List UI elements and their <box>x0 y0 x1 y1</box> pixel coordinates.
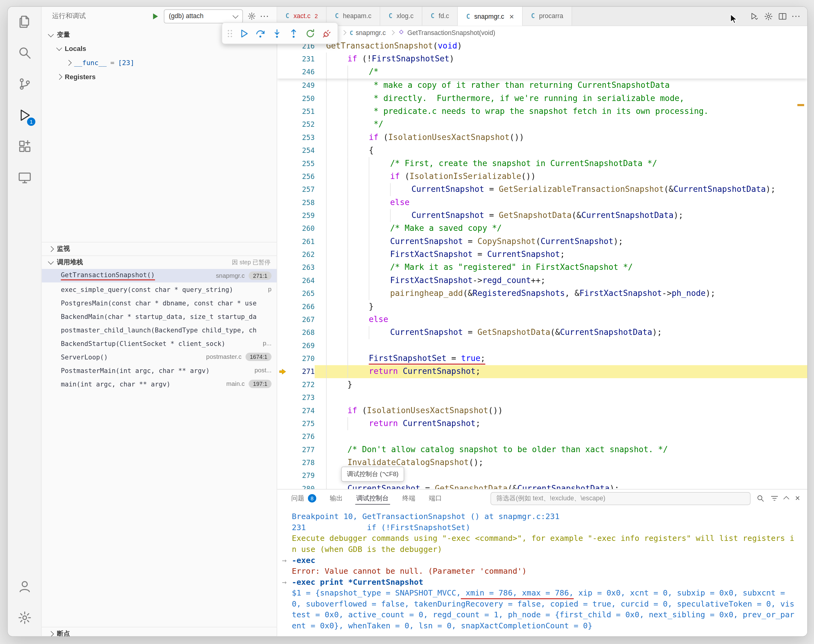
tab-label: fd.c <box>438 12 449 20</box>
drag-handle-icon[interactable] <box>225 26 235 41</box>
gutter-glyph[interactable] <box>277 287 288 300</box>
gutter-glyph[interactable] <box>277 105 288 118</box>
call-stack-section-header[interactable]: 调用堆栈 因 step 已暂停 <box>42 256 277 269</box>
gutter-glyph[interactable] <box>277 352 288 365</box>
gutter-glyph[interactable] <box>277 443 288 456</box>
gutter-glyph[interactable] <box>277 196 288 209</box>
panel-tab-终端[interactable]: 终端 <box>396 490 422 508</box>
call-stack-frame[interactable]: ServerLoop()postmaster.c1674:1 <box>42 350 277 363</box>
gutter-glyph[interactable] <box>277 339 288 352</box>
gutter-glyph[interactable] <box>277 209 288 222</box>
gutter-glyph[interactable] <box>277 52 288 65</box>
editor-tab-snapmgrc[interactable]: Csnapmgr.c× <box>458 7 523 26</box>
indent-guide <box>348 339 369 352</box>
breadcrumb-item[interactable]: GetTransactionSnapshot(void) <box>398 29 495 37</box>
console-filter-input[interactable] <box>491 492 750 504</box>
settings-gear-icon[interactable] <box>764 12 773 21</box>
split-editor-icon[interactable] <box>778 12 787 21</box>
green-play-icon <box>151 12 159 20</box>
activity-item-accounts[interactable] <box>8 572 41 603</box>
tree-item-registers[interactable]: Registers <box>42 70 277 84</box>
code-text: * predicate.c needs to wrap the snapshot… <box>314 105 807 118</box>
breadcrumb-item[interactable]: Csnapmgr.c <box>350 29 386 37</box>
gutter-glyph[interactable] <box>277 144 288 157</box>
restart-button[interactable] <box>302 26 318 41</box>
editor-tab-procarra[interactable]: Cprocarra <box>523 7 572 26</box>
gutter-glyph[interactable] <box>277 92 288 105</box>
continue-button[interactable] <box>236 26 251 41</box>
gutter-glyph[interactable] <box>277 326 288 339</box>
line-number: 265 <box>288 287 314 300</box>
gutter-glyph[interactable] <box>277 313 288 326</box>
call-stack-frame[interactable]: BackendMain(char * startup_data, size_t … <box>42 310 277 323</box>
gutter-glyph[interactable] <box>277 170 288 183</box>
panel-tab-端口[interactable]: 端口 <box>422 490 448 508</box>
gutter-glyph[interactable] <box>277 482 288 489</box>
step-into-button[interactable] <box>269 26 285 41</box>
maximize-panel-icon[interactable] <box>783 497 789 502</box>
breakpoints-section-header[interactable]: 断点 <box>42 627 277 636</box>
line-number: 256 <box>288 170 314 183</box>
start-debug-button[interactable] <box>151 12 159 20</box>
gutter-glyph[interactable] <box>277 222 288 235</box>
code-editor[interactable]: 249 * make a copy of it rather than retu… <box>277 40 807 489</box>
call-stack-frame[interactable]: PostmasterMain(int argc, char ** argv)po… <box>42 364 277 377</box>
call-stack-frame[interactable]: BackendStartup(ClientSocket * client_soc… <box>42 336 277 350</box>
gutter-glyph[interactable] <box>277 274 288 287</box>
gutter-glyph[interactable] <box>277 378 288 391</box>
search-icon[interactable] <box>756 494 765 503</box>
tab-close-icon[interactable]: × <box>509 12 514 21</box>
gutter-glyph[interactable] <box>277 235 288 248</box>
frame-line-badge: 197:1 <box>249 380 271 388</box>
panel-tab-问题[interactable]: 问题8 <box>285 490 323 508</box>
activity-item-remote-explorer[interactable] <box>8 163 41 194</box>
gutter-glyph[interactable] <box>277 404 288 417</box>
gutter-glyph[interactable] <box>277 430 288 443</box>
gutter-glyph[interactable] <box>277 66 288 78</box>
tree-item-func[interactable]: __func__ = [23] <box>42 55 277 70</box>
debug-config-dropdown[interactable]: (gdb) attach <box>164 9 243 23</box>
gutter-glyph[interactable] <box>277 131 288 144</box>
annotated-value: xmin = 786, xmax = 786, <box>461 589 574 600</box>
activity-item-explorer[interactable] <box>8 7 41 38</box>
watch-section-header[interactable]: 监视 <box>42 242 277 255</box>
panel-tab-调试控制台[interactable]: 调试控制台 <box>350 490 396 508</box>
gutter-glyph[interactable] <box>277 157 288 170</box>
call-stack-frame[interactable]: GetTransactionSnapshot()snapmgr.c271:1 <box>42 269 277 282</box>
activity-item-search[interactable] <box>8 38 41 69</box>
gutter-glyph[interactable] <box>277 469 288 482</box>
step-over-button[interactable] <box>252 26 268 41</box>
activity-item-settings[interactable] <box>8 603 41 634</box>
close-panel-icon[interactable]: × <box>795 494 800 503</box>
gutter-glyph[interactable] <box>277 456 288 469</box>
gutter-glyph[interactable] <box>277 261 288 274</box>
editor-tab-xlogc[interactable]: Cxlog.c <box>380 7 422 26</box>
call-stack-frame[interactable]: PostgresMain(const char * dbname, const … <box>42 296 277 310</box>
activity-item-extensions[interactable] <box>8 132 41 163</box>
gutter-glyph[interactable] <box>277 248 288 261</box>
call-stack-frame[interactable]: exec_simple_query(const char * query_str… <box>42 282 277 296</box>
console-line: Error: Value cannot be null. (Parameter … <box>292 566 799 577</box>
call-stack-frame[interactable]: main(int argc, char ** argv)main.c197:1 <box>42 377 277 391</box>
debug-settings-gear-icon[interactable] <box>247 12 256 20</box>
gutter-glyph[interactable] <box>277 300 288 313</box>
editor-tab-fdc[interactable]: Cfd.c <box>422 7 458 26</box>
gutter-glyph[interactable] <box>277 391 288 404</box>
run-or-debug-icon[interactable] <box>750 12 759 21</box>
activity-item-run-and-debug[interactable]: 1 <box>8 100 41 132</box>
tab-label: xact.c <box>293 12 310 20</box>
activity-item-source-control[interactable] <box>8 69 41 100</box>
step-out-button[interactable] <box>285 26 301 41</box>
debug-console-output[interactable]: Breakpoint 10, GetTransactionSnapshot ()… <box>277 507 807 636</box>
call-stack-frame[interactable]: postmaster_child_launch(BackendType chil… <box>42 323 277 336</box>
sidebar-more-actions-icon[interactable]: ··· <box>260 12 270 20</box>
gutter-glyph[interactable] <box>277 417 288 430</box>
gutter-glyph[interactable] <box>277 79 288 92</box>
more-actions-icon[interactable]: ··· <box>792 12 801 20</box>
filter-icon[interactable] <box>770 494 779 503</box>
disconnect-button[interactable] <box>319 26 334 41</box>
line-number: 276 <box>288 430 314 443</box>
gutter-glyph[interactable] <box>277 183 288 196</box>
panel-tab-输出[interactable]: 输出 <box>323 490 349 508</box>
gutter-glyph[interactable] <box>277 118 288 131</box>
